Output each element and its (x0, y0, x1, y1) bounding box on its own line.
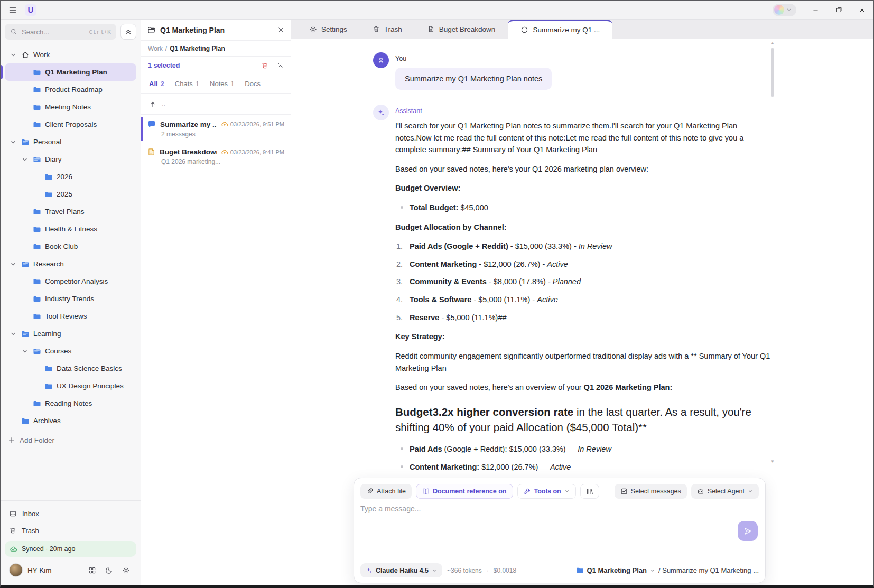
chevron-down-icon (432, 568, 437, 573)
dark-mode-moon-icon[interactable] (105, 566, 113, 574)
sidebar-item-data-science-basics[interactable]: Data Science Basics (5, 360, 136, 377)
tab-docs[interactable]: Docs (245, 80, 261, 88)
account-menu[interactable] (773, 4, 796, 16)
add-folder-button[interactable]: Add Folder (1, 432, 141, 449)
breadcrumb[interactable]: Work / Q1 Marketing Plan (141, 41, 291, 57)
tab-summarize-my-q1[interactable]: Summarize my Q1 ... (508, 20, 612, 39)
sidebar-item-competitor-analysis[interactable]: Competitor Analysis (5, 273, 136, 290)
tab-buget-breakdown[interactable]: Buget Breakdown (415, 20, 508, 39)
clear-selection-icon[interactable] (277, 62, 284, 69)
sidebar-item-health-fitness[interactable]: Health & Fitness (5, 220, 136, 238)
user-profile[interactable]: HY Kim (5, 559, 136, 582)
folder-icon (32, 225, 42, 234)
library-bars-icon[interactable] (580, 484, 599, 499)
navigate-up-row[interactable]: .. (141, 94, 291, 115)
assistant-paragraph: Budget Allocation by Channel: (395, 221, 775, 234)
trash-icon (9, 527, 16, 534)
chevron-down-icon[interactable] (21, 348, 29, 354)
sidebar-item-label: Personal (33, 138, 61, 146)
search-input[interactable]: Search... Ctrl+K (5, 24, 116, 40)
chevron-down-icon (564, 489, 570, 494)
tab-trash[interactable]: Trash (360, 20, 415, 39)
send-button[interactable] (738, 521, 758, 541)
folder-open-icon (147, 26, 156, 34)
context-folder[interactable]: Q1 Marketing Plan (587, 566, 647, 574)
sidebar-item-work[interactable]: Work (5, 46, 136, 63)
attach-file-button[interactable]: Attach file (360, 484, 412, 499)
sidebar-item-label: Data Science Basics (57, 365, 122, 372)
sync-status[interactable]: Synced · 20m ago (5, 541, 136, 557)
tab-notes[interactable]: Notes1 (210, 80, 234, 88)
sidebar-item-travel-plans[interactable]: Travel Plans (5, 203, 136, 220)
list-item-summarize-my[interactable]: Summarize my ...03/23/2026, 9:51 PM2 mes… (141, 115, 291, 143)
tools-toggle[interactable]: Tools on (517, 484, 576, 499)
delete-selected-icon[interactable] (261, 62, 268, 69)
chat-scrollbar[interactable]: ▲ ▼ (769, 40, 776, 465)
grid-apps-icon[interactable] (88, 566, 96, 574)
sidebar-item-diary[interactable]: Diary (5, 151, 136, 168)
sidebar-item-research[interactable]: Research (5, 255, 136, 273)
minimize-button[interactable] (804, 1, 827, 19)
chevron-down-icon[interactable] (9, 139, 17, 145)
sidebar-item-label: Competitor Analysis (45, 277, 108, 285)
sidebar-item-reading-notes[interactable]: Reading Notes (5, 395, 136, 412)
collapse-sidebar-button[interactable] (120, 24, 136, 40)
sidebar-item-tool-reviews[interactable]: Tool Reviews (5, 307, 136, 325)
chevron-down-icon[interactable] (21, 156, 29, 163)
sidebar-item-archives[interactable]: Archives (5, 412, 136, 430)
document-reference-toggle[interactable]: Document reference on (416, 484, 513, 499)
message-input[interactable]: Type a message... (360, 503, 759, 513)
robot-icon (697, 488, 704, 495)
checkbox-icon (620, 488, 628, 495)
list-item: 3.Community & Events - $8,000 (17.8%) - … (410, 276, 775, 288)
close-button[interactable] (850, 1, 873, 19)
tab-settings[interactable]: Settings (296, 20, 360, 39)
sidebar-item-learning[interactable]: Learning (5, 325, 136, 342)
sidebar-item-q1-marketing-plan[interactable]: Q1 Marketing Plan (5, 63, 136, 81)
sidebar-item-inbox[interactable]: Inbox (5, 505, 136, 522)
chevron-down-icon[interactable] (9, 261, 17, 267)
panel-close-icon[interactable] (277, 26, 284, 33)
gear-icon (309, 25, 317, 33)
restore-button[interactable] (827, 1, 850, 19)
select-agent-button[interactable]: Select Agent (691, 484, 759, 499)
sidebar-item-product-roadmap[interactable]: Product Roadmap (5, 81, 136, 98)
scroll-up-arrow[interactable]: ▲ (770, 41, 775, 45)
folder-icon (21, 416, 30, 426)
chat-bubble-icon (520, 26, 528, 34)
item-title: Buget Breakdown (160, 148, 217, 156)
hamburger-menu-icon[interactable] (6, 3, 20, 17)
message-composer: Attach file Document reference on Tools … (354, 478, 766, 583)
scroll-down-arrow[interactable]: ▼ (770, 459, 775, 464)
tab-all[interactable]: All2 (149, 80, 164, 88)
sidebar-item-client-proposals[interactable]: Client Proposals (5, 116, 136, 133)
sidebar-item-2026[interactable]: 2026 (5, 168, 136, 185)
folder-icon (32, 85, 42, 95)
item-subtitle: 2 messages (161, 130, 284, 138)
sidebar-item-trash[interactable]: Trash (5, 522, 136, 539)
sidebar-item-ux-design-principles[interactable]: UX Design Principles (5, 377, 136, 395)
chevron-down-icon[interactable] (9, 52, 17, 58)
list-item-buget-breakdown[interactable]: Buget Breakdown03/23/2026, 9:41 PMQ1 202… (141, 143, 291, 170)
chat-bubble-icon (147, 120, 156, 128)
tab-chats[interactable]: Chats1 (175, 80, 199, 88)
chevron-down-icon[interactable] (9, 331, 17, 337)
settings-gear-icon[interactable] (122, 566, 130, 574)
list-item: Paid Ads (Google + Reddit): $15,000 (33.… (410, 443, 775, 455)
folder-icon (32, 120, 42, 129)
sidebar-item-meeting-notes[interactable]: Meeting Notes (5, 98, 136, 116)
scrollbar-thumb[interactable] (771, 48, 774, 97)
cloud-sync-icon (221, 120, 228, 128)
sidebar-item-personal[interactable]: Personal (5, 133, 136, 151)
sidebar-item-book-club[interactable]: Book Club (5, 238, 136, 255)
document-tabs: SettingsTrashBuget BreakdownSummarize my… (291, 20, 873, 39)
book-icon (422, 488, 430, 495)
sidebar-item-2025[interactable]: 2025 (5, 185, 136, 203)
sidebar-item-label: Diary (45, 155, 62, 163)
folder-icon (576, 566, 584, 574)
sidebar-item-courses[interactable]: Courses (5, 342, 136, 360)
sidebar-item-industry-trends[interactable]: Industry Trends (5, 290, 136, 307)
select-messages-button[interactable]: Select messages (615, 484, 687, 499)
assistant-paragraph: Reddit community engagement significantl… (395, 350, 775, 374)
model-selector[interactable]: Claude Haiku 4.5 (360, 563, 442, 577)
